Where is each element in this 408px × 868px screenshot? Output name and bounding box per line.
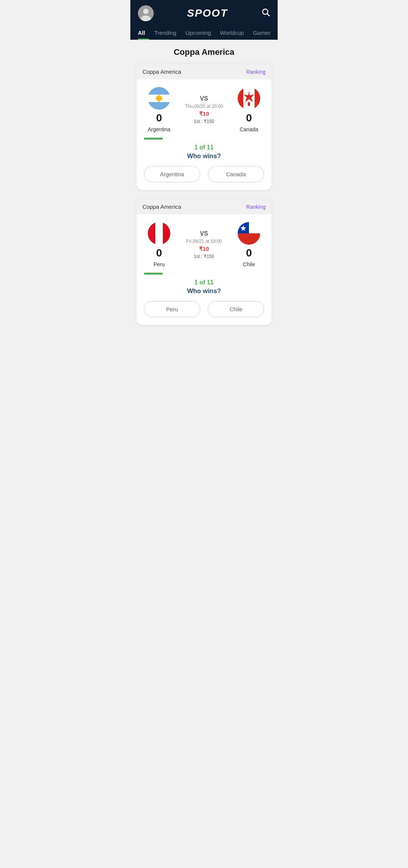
btn-chile[interactable]: Chile [208,301,264,317]
svg-rect-8 [148,102,170,110]
score-argentina: 0 [156,112,162,124]
nav-tabs: All Trending Upcoming Worldcup Games [138,26,270,40]
svg-point-1 [143,9,148,14]
team2-chile: 0 Chile [234,222,264,267]
match-prize-2: ₹10 [199,245,209,252]
match-center-2: VS Fri,06/21 at 19:00 ₹10 1st : ₹150 [174,230,234,259]
svg-rect-12 [155,98,157,99]
match-card-2: Coppa America Ranking 0 [136,199,272,325]
score-canada: 0 [246,112,252,124]
vs-1: VS [200,95,208,102]
match-row-1: 0 Argentina VS Thu,06/20 at 20:00 ₹10 1s… [136,79,272,132]
svg-rect-23 [248,102,250,106]
app-logo: SPOOT [187,7,228,19]
tab-games[interactable]: Games [253,26,270,40]
ranking-link-2[interactable]: Ranking [246,204,266,210]
flag-peru [148,222,170,245]
svg-rect-21 [255,87,260,110]
flag-canada [238,87,260,110]
tab-upcoming[interactable]: Upcoming [185,26,211,40]
btn-peru[interactable]: Peru [144,301,200,317]
card-header-1: Coppa America Ranking [136,64,272,79]
name-chile: Chile [243,261,255,267]
vs-2: VS [200,230,208,237]
btn-argentina[interactable]: Argentina [144,166,200,182]
name-peru: Peru [153,261,165,267]
progress-bar-1 [144,138,163,140]
svg-rect-6 [148,87,170,95]
match-time-1: Thu,06/20 at 20:00 [185,104,223,109]
svg-rect-27 [163,222,170,245]
svg-rect-10 [159,95,160,96]
progress-bar-2 [144,273,163,275]
tab-worldcup[interactable]: Worldcup [220,26,244,40]
team2-canada: 0 Canada [234,87,264,132]
svg-rect-30 [238,233,260,245]
btn-canada[interactable]: Canada [208,166,264,182]
match-time-2: Fri,06/21 at 19:00 [186,239,222,244]
question-2: Who wins? [136,287,272,301]
card-header-2: Coppa America Ranking [136,199,272,214]
svg-rect-20 [238,87,243,110]
match-first-2: 1st : ₹150 [194,254,214,259]
search-icon[interactable] [261,8,270,19]
avatar[interactable] [138,5,154,21]
header-top: SPOOT [138,5,270,26]
match-row-2: 0 Peru VS Fri,06/21 at 19:00 ₹10 1st : ₹… [136,214,272,267]
progress-area-1 [136,132,272,141]
tab-trending[interactable]: Trending [154,26,176,40]
card-title-1: Coppa America [142,68,181,75]
name-argentina: Argentina [148,126,170,132]
header: SPOOT All Trending Upcoming Worldcup Gam… [130,0,278,40]
match-card-1: Coppa America Ranking [136,64,272,190]
svg-rect-11 [159,100,160,102]
ranking-link-1[interactable]: Ranking [246,69,266,75]
svg-line-4 [267,14,269,16]
score-peru: 0 [156,247,162,259]
question-1: Who wins? [136,152,272,166]
match-prize-1: ₹10 [199,110,209,117]
flag-chile [238,222,260,245]
main-content: Coppa America Coppa America Ranking [130,40,278,342]
svg-rect-26 [148,222,155,245]
match-center-1: VS Thu,06/20 at 20:00 ₹10 1st : ₹150 [174,95,234,124]
team1-peru: 0 Peru [144,222,174,267]
page-title: Coppa America [136,47,272,57]
counter-2: 1 of 11 [136,276,272,287]
flag-argentina [148,87,170,110]
match-first-1: 1st : ₹150 [194,119,214,124]
counter-1: 1 of 11 [136,141,272,152]
tab-all[interactable]: All [138,26,145,40]
score-chile: 0 [246,247,252,259]
btn-row-2: Peru Chile [136,301,272,325]
card-title-2: Coppa America [142,203,181,210]
team1-argentina: 0 Argentina [144,87,174,132]
svg-rect-13 [161,98,163,99]
btn-row-1: Argentina Canada [136,166,272,190]
progress-area-2 [136,267,272,276]
name-canada: Canada [240,126,258,132]
